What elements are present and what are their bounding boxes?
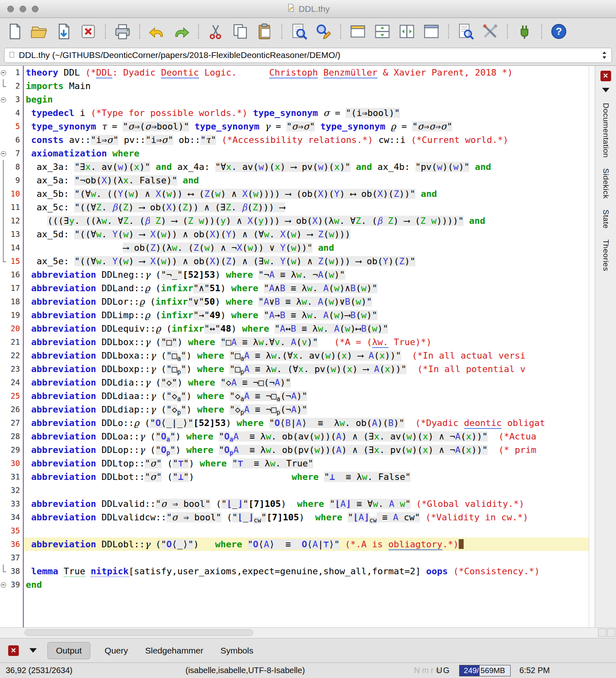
token[interactable]: nitpick <box>91 566 129 577</box>
token[interactable]: ) ⟶ <box>347 350 368 361</box>
code-text[interactable]: abbreviation DDLand::ϱ (infixr"∧"51) whe… <box>24 281 589 295</box>
token[interactable]: )∨ <box>334 297 345 307</box>
token[interactable]: . False" <box>367 472 411 482</box>
token[interactable] <box>319 472 324 482</box>
token[interactable]: w <box>266 445 271 455</box>
token[interactable]: 48 <box>221 323 232 334</box>
token[interactable]: x <box>275 162 280 172</box>
token[interactable]: x <box>134 162 139 172</box>
token[interactable] <box>26 323 31 334</box>
token[interactable]: . av( <box>91 162 118 172</box>
token[interactable]: DDLimp:: <box>96 310 145 320</box>
token[interactable]: X <box>248 216 253 226</box>
token[interactable]: " <box>412 121 417 132</box>
token[interactable]: γ <box>139 445 145 455</box>
code-text[interactable]: ⟶ ob(Z)(λw. (Z(w) ∧ ¬X(w)) ∨ Y(w))" and <box>24 241 589 254</box>
token[interactable]: )( <box>215 229 226 239</box>
token[interactable]: type_synonym <box>320 121 385 132</box>
token[interactable]: av:: <box>64 135 91 145</box>
token[interactable]: "□ <box>166 364 177 374</box>
token[interactable]: ⟩ ≡ λ <box>301 418 339 428</box>
token[interactable]: ⌋ <box>364 512 369 522</box>
token[interactable]: . False)" <box>129 175 177 185</box>
token[interactable]: ( <box>139 418 150 428</box>
token[interactable] <box>318 108 323 118</box>
token[interactable]: ) ∧ <box>134 189 156 199</box>
token[interactable]: ⟨_⟩" <box>172 539 194 549</box>
token[interactable] <box>448 566 453 576</box>
token[interactable]: (*In all potential v <box>417 364 526 374</box>
token[interactable]: w <box>361 310 366 320</box>
token[interactable] <box>488 431 499 442</box>
token[interactable]: ( <box>145 297 156 307</box>
token[interactable]: " <box>156 445 161 455</box>
editor-line-35[interactable]: 35 <box>0 524 589 537</box>
token[interactable]: A <box>389 499 394 509</box>
token[interactable]: DDLdiap:: <box>96 404 150 415</box>
token[interactable]: w <box>291 229 296 239</box>
token[interactable]: Z <box>204 189 210 199</box>
token[interactable] <box>193 216 199 226</box>
token[interactable]: DDLand:: <box>96 283 145 293</box>
token[interactable]: DDLoa:: <box>96 431 139 442</box>
token[interactable] <box>26 445 31 455</box>
token[interactable]: w <box>172 243 177 253</box>
token[interactable]: Z <box>123 216 128 226</box>
token[interactable]: " <box>310 121 315 132</box>
token[interactable]: ∧ <box>275 283 280 293</box>
token[interactable]: ⇒bool)" <box>151 121 189 132</box>
token[interactable]: Z <box>252 202 258 212</box>
global-options-icon[interactable] <box>480 21 501 42</box>
token[interactable]: cw <box>369 517 377 524</box>
token[interactable]: ) ∧ ¬ <box>428 445 455 455</box>
token[interactable]: "((∀ <box>74 202 96 212</box>
token[interactable]: . (( <box>96 189 118 199</box>
token[interactable]: ) <box>299 512 315 522</box>
token[interactable]: )" <box>377 323 388 334</box>
token[interactable]: Y <box>334 189 339 199</box>
token[interactable]: ≡ λ <box>250 364 271 374</box>
token[interactable]: w <box>271 350 277 361</box>
token[interactable] <box>189 121 194 132</box>
token[interactable] <box>411 499 416 509</box>
token[interactable]: where <box>188 377 215 388</box>
token[interactable]: w <box>123 229 128 239</box>
token[interactable]: ))) ⟶ ob( <box>334 256 383 266</box>
token[interactable]: . ¬ <box>302 270 318 280</box>
token[interactable]: _ <box>232 499 237 509</box>
token[interactable]: Y <box>383 256 388 266</box>
token[interactable]: A <box>340 499 346 509</box>
token[interactable]: infixr <box>172 323 204 334</box>
token[interactable]: = <box>107 121 123 132</box>
token[interactable]: )( <box>442 162 453 172</box>
token[interactable] <box>150 162 156 172</box>
token[interactable]: Z <box>226 256 231 266</box>
token[interactable]: w <box>315 445 320 455</box>
token[interactable]: ≡ ∀ <box>351 499 373 509</box>
token[interactable]: y <box>258 216 263 226</box>
token[interactable]: " <box>172 458 178 468</box>
token[interactable]: A <box>334 323 339 334</box>
token[interactable]: A <box>244 350 250 361</box>
token[interactable]: σ <box>441 121 447 132</box>
token[interactable]: and <box>156 162 172 172</box>
token[interactable]: a <box>241 355 244 362</box>
token[interactable]: ) ∧ ¬ <box>210 243 237 253</box>
token[interactable]: A <box>455 431 460 442</box>
token[interactable]: . <box>280 337 291 347</box>
token[interactable]: A <box>291 337 296 347</box>
vertical-scrollbar[interactable] <box>589 66 595 627</box>
token[interactable]: w <box>161 229 166 239</box>
token[interactable]: "◇ <box>166 404 177 415</box>
token[interactable]: O <box>161 431 166 442</box>
dock-button-state[interactable]: State <box>601 210 610 229</box>
token[interactable]: ) ⟶ ( <box>161 216 188 226</box>
token[interactable] <box>26 472 31 482</box>
token[interactable]: )( <box>215 256 226 266</box>
dock-tab-query[interactable]: Query <box>102 642 131 659</box>
token[interactable]: ))( <box>320 431 336 442</box>
code-text[interactable]: ax_5c: "((∀Z. β(Z) ⟶ ob(X)(Z)) ∧ (∃Z. β(… <box>24 201 589 214</box>
token[interactable]: and <box>421 189 437 199</box>
token[interactable]: w <box>329 229 334 239</box>
token[interactable]: ) <box>186 350 197 361</box>
